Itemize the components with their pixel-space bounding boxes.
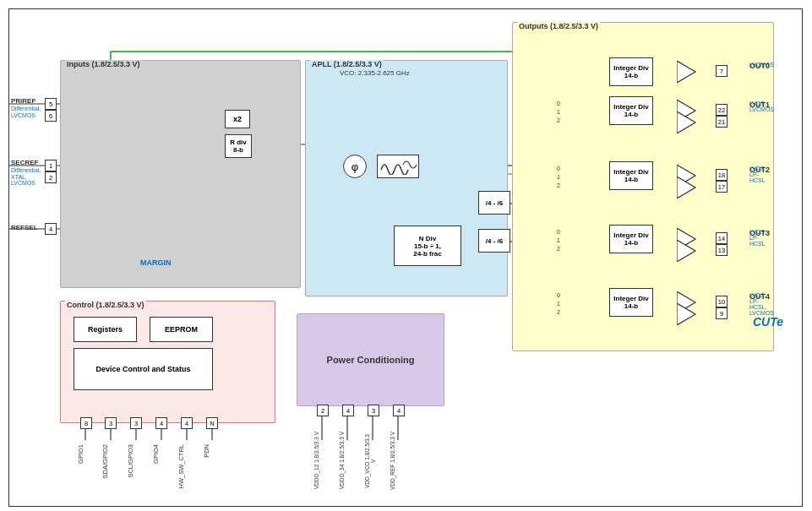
pin-1: 1 <box>45 160 57 171</box>
pin-out2-18: 18 <box>716 169 728 181</box>
mux4-in2: 2 <box>557 309 560 315</box>
pin-out1-21: 21 <box>716 116 728 128</box>
mux1-in0: 0 <box>557 101 560 106</box>
pin-4: 4 <box>45 223 57 235</box>
vco-box <box>377 155 419 178</box>
intdiv-0: Integer Div 14-b <box>609 57 653 86</box>
mux1-in2: 2 <box>557 117 560 123</box>
svg-marker-108 <box>677 177 695 198</box>
buf-tri-4b <box>677 303 700 325</box>
gpio1-pin: 8 <box>80 417 92 429</box>
div46b-box: /4 - /6 <box>478 229 510 253</box>
vddo12-pin: 2 <box>317 405 329 416</box>
mux2-in2: 2 <box>557 182 560 188</box>
intdiv-3: Integer Div 14-b <box>609 225 653 253</box>
pin-out2-17: 17 <box>716 181 728 193</box>
pin-2: 2 <box>45 171 57 183</box>
pin-out0-7: 7 <box>716 65 728 77</box>
pdn-label: PDN <box>203 444 215 487</box>
vddo34-label: VDDO_34 1.8/2.5/3.3 V <box>339 432 351 491</box>
intdiv-4: Integer Div 14-b <box>609 288 653 317</box>
buf-tri-3b <box>677 240 700 262</box>
rdiv-box: R div 8-b <box>225 134 252 158</box>
vddo34-pin: 4 <box>342 405 354 416</box>
mux3-in1: 1 <box>557 237 560 243</box>
buf-tri-0 <box>677 61 700 83</box>
eeprom-box: EEPROM <box>150 317 213 342</box>
buf-tri-2b <box>677 177 700 198</box>
phi-circle: φ <box>343 155 367 178</box>
pdn-pin: N <box>206 417 218 429</box>
inputs-block: Inputs (1.8/2.5/3.3 V) <box>60 60 301 288</box>
device-control-box: Device Control and Status <box>74 348 213 390</box>
main-container: xo Inputs (1.8/2.5/3.3 V) APLL (1.8/2.5/… <box>0 0 812 511</box>
mux1-in1: 1 <box>557 109 560 115</box>
pin-out1-22: 22 <box>716 104 728 116</box>
vddref-pin: 4 <box>393 405 405 416</box>
device-control-label: Device Control and Status <box>95 365 190 373</box>
inputs-title: Inputs (1.8/2.5/3.3 V) <box>65 60 142 68</box>
svg-marker-104 <box>677 61 695 83</box>
mux2-in1: 1 <box>557 174 560 180</box>
power-block: Power Conditioning <box>297 313 444 406</box>
hwsw-label: HW_SW_CTRL <box>177 444 189 503</box>
vco-label: VCO: 2.335-2.625 GHz <box>340 69 410 77</box>
outputs-title: Outputs (1.8/2.5/3.3 V) <box>517 22 600 30</box>
mux4-in0: 0 <box>557 292 560 298</box>
registers-label: Registers <box>88 325 123 334</box>
svg-marker-106 <box>677 111 695 133</box>
buf-tri-1b <box>677 111 700 133</box>
ndiv-box: N Div 15-b ÷ 1, 24-b frac <box>394 226 461 266</box>
mux3-in0: 0 <box>557 229 560 235</box>
pin-out3-14: 14 <box>716 232 728 244</box>
mux3-in2: 2 <box>557 246 560 252</box>
div46a-box: /4 - /6 <box>478 191 510 215</box>
pin-5: 5 <box>45 98 57 110</box>
registers-box: Registers <box>74 317 137 342</box>
control-block: Control (1.8/2.5/3.3 V) Registers EEPROM… <box>60 301 275 423</box>
control-title: Control (1.8/2.5/3.3 V) <box>65 301 146 309</box>
vddo12-label: VDDO_12 1.8/2.5/3.3 V <box>313 432 325 491</box>
svg-marker-110 <box>677 240 695 262</box>
pin-out4-10: 10 <box>716 296 728 307</box>
pin-out3-13: 13 <box>716 244 728 256</box>
gpio2-label: SDA/GPIO2 <box>101 444 113 503</box>
vddvco-label: VDD_VCO 1.8/2.5/3.3 V <box>364 432 376 491</box>
eeprom-label: EEPROM <box>165 325 198 334</box>
gpio3-pin: 3 <box>130 417 142 429</box>
gpio3-label: SCL/GPIO3 <box>127 444 139 503</box>
pin-out4-9: 9 <box>716 307 728 319</box>
gpio1-label: GPIO1 <box>77 444 89 495</box>
gpio4-label: GPIO4 <box>152 444 164 495</box>
cute-label: CUTe <box>753 315 783 329</box>
vddref-label: VDD_REF 1.8/2.5/3.3 V <box>390 432 401 491</box>
mux2-in0: 0 <box>557 166 560 171</box>
vco-wave <box>379 158 417 175</box>
gpio4-pin: 4 <box>155 417 167 429</box>
intdiv-2: Integer Div 14-b <box>609 161 653 190</box>
pin-6: 6 <box>45 110 57 122</box>
intdiv-1: Integer Div 14-b <box>609 96 653 125</box>
x2-box: x2 <box>225 110 250 128</box>
svg-marker-112 <box>677 303 695 325</box>
diagram-area: xo Inputs (1.8/2.5/3.3 V) APLL (1.8/2.5/… <box>8 8 803 507</box>
mux4-in1: 1 <box>557 301 560 307</box>
hwsw-pin: 4 <box>181 417 193 429</box>
power-title: Power Conditioning <box>327 355 415 365</box>
gpio2-pin: 3 <box>105 417 117 429</box>
vddvco-pin: 3 <box>368 405 379 416</box>
apll-title: APLL (1.8/2.5/3.3 V) <box>310 60 384 68</box>
